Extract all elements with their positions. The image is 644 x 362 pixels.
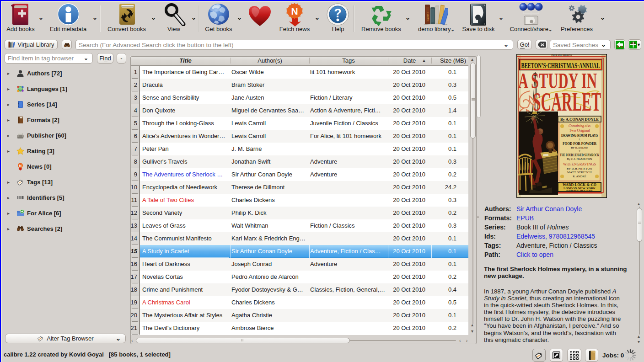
- svg-text:With ENGRAVINGS: With ENGRAVINGS: [563, 162, 596, 166]
- svg-text:THE FOUR LEAVED SHAMROCK: THE FOUR LEAVED SHAMROCK: [560, 153, 599, 157]
- svg-text:MATT STRETCH: MATT STRETCH: [567, 170, 592, 174]
- svg-text:By C.J. HAMILTON: By C.J. HAMILTON: [567, 157, 592, 160]
- svg-text:By R.ANDRE: By R.ANDRE: [571, 146, 588, 149]
- svg-text:Two Original: Two Original: [569, 128, 590, 133]
- svg-text:R. ANDRÉ: R. ANDRÉ: [573, 175, 586, 178]
- svg-text:1.: 1.: [578, 138, 581, 141]
- svg-text:FOOD FOR POWDER: FOOD FOR POWDER: [563, 141, 597, 146]
- svg-text:Containing also: Containing also: [569, 124, 590, 128]
- svg-text:By A.CONAN DOYLE: By A.CONAN DOYLE: [560, 117, 599, 122]
- svg-text:DRAWING ROOM PLAYS: DRAWING ROOM PLAYS: [561, 133, 598, 138]
- svg-text:·AND·MELBOURNE·: ·AND·MELBOURNE·: [566, 189, 593, 192]
- svg-text:2: 2: [579, 149, 580, 153]
- svg-text:N: N: [19, 163, 21, 167]
- svg-text:By D.H.FRISTON: By D.H.FRISTON: [567, 167, 592, 170]
